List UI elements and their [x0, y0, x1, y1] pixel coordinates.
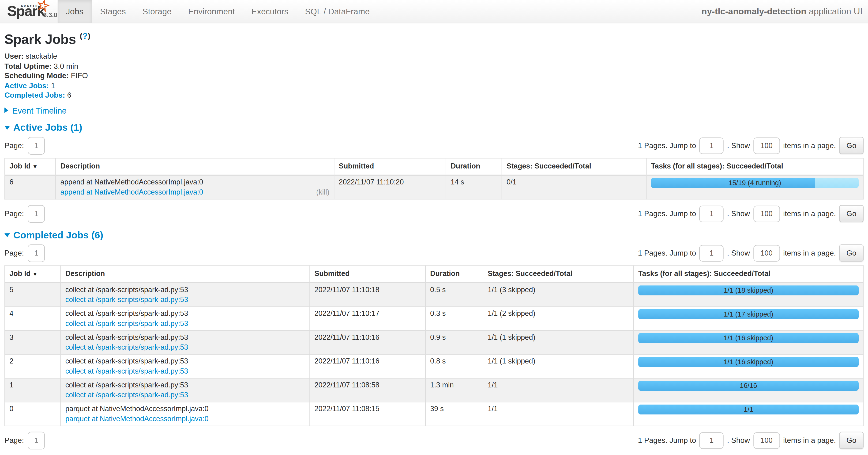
page-input[interactable]	[28, 244, 45, 262]
tasks-progress-bar: 16/16	[638, 380, 859, 391]
nav-tabs: Jobs Stages Storage Environment Executor…	[58, 0, 378, 23]
active-jobs-heading[interactable]: Active Jobs (1)	[4, 121, 864, 133]
col-stages[interactable]: Stages: Succeeded/Total	[502, 158, 646, 175]
job-id-cell: 3	[5, 331, 61, 354]
tab-jobs[interactable]: Jobs	[58, 0, 92, 23]
jump-to-input[interactable]	[700, 245, 724, 261]
show-items-input[interactable]	[753, 137, 780, 154]
job-description-link[interactable]: collect at /spark-scripts/spark-ad.py:53	[65, 367, 188, 375]
completed-jobs-link[interactable]: Completed Jobs:	[4, 91, 65, 99]
progress-label: 15/19 (4 running)	[651, 178, 859, 188]
page-selector: Page:	[4, 244, 45, 262]
page-input[interactable]	[28, 137, 45, 154]
job-description-text: collect at /spark-scripts/spark-ad.py:53	[65, 332, 305, 342]
completed-jobs-heading[interactable]: Completed Jobs (6)	[4, 229, 864, 241]
pager-controls: 1 Pages. Jump to . Show items in a page.…	[638, 137, 864, 154]
tab-stages[interactable]: Stages	[92, 0, 134, 23]
job-description-cell: collect at /spark-scripts/spark-ad.py:53…	[61, 307, 310, 331]
job-description-cell: collect at /spark-scripts/spark-ad.py:53…	[61, 331, 310, 354]
jump-to-input[interactable]	[700, 137, 724, 154]
job-description-link[interactable]: parquet at NativeMethodAccessorImpl.java…	[65, 414, 209, 422]
kill-link[interactable]: (kill)	[316, 187, 329, 197]
tasks-progress-bar: 1/1 (17 skipped)	[638, 309, 859, 319]
pager-controls: 1 Pages. Jump to . Show items in a page.…	[638, 205, 864, 222]
job-description-link[interactable]: append at NativeMethodAccessorImpl.java:…	[60, 188, 203, 196]
job-stages-cell: 1/1	[483, 378, 633, 402]
completed-jobs-table: Job Id▼ Description Submitted Duration S…	[4, 265, 864, 426]
job-description-cell: parquet at NativeMethodAccessorImpl.java…	[61, 402, 310, 426]
col-tasks[interactable]: Tasks (for all stages): Succeeded/Total	[633, 265, 863, 282]
table-header-row: Job Id▼ Description Submitted Duration S…	[5, 158, 863, 175]
col-job-id[interactable]: Job Id▼	[5, 265, 61, 282]
tasks-progress-bar: 1/1 (18 skipped)	[638, 285, 859, 295]
tasks-progress-bar: 1/1	[638, 404, 859, 415]
show-items-input[interactable]	[753, 245, 780, 261]
table-header-row: Job Id▼ Description Submitted Duration S…	[5, 265, 863, 282]
page-selector: Page:	[4, 431, 45, 449]
job-id-cell: 2	[5, 354, 61, 378]
job-id-cell: 5	[5, 282, 61, 307]
job-tasks-cell: 15/19 (4 running)	[646, 175, 863, 199]
jump-to-input[interactable]	[700, 432, 724, 449]
job-duration-cell: 14 s	[446, 175, 502, 199]
job-description-link[interactable]: collect at /spark-scripts/spark-ad.py:53	[65, 295, 188, 304]
show-items-input[interactable]	[753, 205, 780, 222]
active-jobs-link[interactable]: Active Jobs:	[4, 81, 49, 89]
progress-label: 1/1 (16 skipped)	[638, 333, 859, 343]
event-timeline-toggle[interactable]: Event Timeline	[4, 106, 864, 115]
sort-desc-icon: ▼	[32, 163, 38, 169]
col-job-id[interactable]: Job Id▼	[5, 158, 56, 175]
job-duration-cell: 0.3 s	[426, 307, 483, 331]
col-stages[interactable]: Stages: Succeeded/Total	[483, 265, 633, 282]
job-submitted-cell: 2022/11/07 11:10:16	[310, 354, 426, 378]
tab-storage[interactable]: Storage	[134, 0, 180, 23]
application-name-bold: ny-tlc-anomaly-detection	[702, 6, 806, 16]
progress-label: 1/1	[638, 404, 859, 415]
show-items-input[interactable]	[753, 432, 780, 449]
page-input[interactable]	[28, 431, 45, 449]
go-button[interactable]: Go	[839, 137, 864, 154]
job-tasks-cell: 1/1 (16 skipped)	[633, 331, 863, 354]
progress-label: 1/1 (18 skipped)	[638, 285, 859, 295]
col-submitted[interactable]: Submitted	[334, 158, 446, 175]
pagination-row: Page: 1 Pages. Jump to . Show items in a…	[4, 431, 864, 449]
collapse-arrow-icon	[4, 125, 10, 130]
go-button[interactable]: Go	[839, 432, 864, 449]
page-input[interactable]	[28, 205, 45, 223]
job-description-link[interactable]: collect at /spark-scripts/spark-ad.py:53	[65, 319, 188, 327]
job-tasks-cell: 1/1	[633, 402, 863, 426]
col-description[interactable]: Description	[56, 158, 334, 175]
spark-logo[interactable]: APACHE Spark ☆ 3.3.0	[0, 0, 58, 23]
go-button[interactable]: Go	[839, 245, 864, 262]
tasks-progress-bar: 1/1 (16 skipped)	[638, 357, 859, 367]
completed-job-row: 2 collect at /spark-scripts/spark-ad.py:…	[5, 354, 863, 378]
tab-sql-dataframe[interactable]: SQL / DataFrame	[297, 0, 378, 23]
col-duration[interactable]: Duration	[426, 265, 483, 282]
tab-environment[interactable]: Environment	[180, 0, 243, 23]
go-button[interactable]: Go	[839, 205, 864, 222]
col-duration[interactable]: Duration	[446, 158, 502, 175]
jump-to-input[interactable]	[700, 205, 724, 222]
help-link[interactable]: (?)	[80, 31, 90, 40]
completed-job-row: 1 collect at /spark-scripts/spark-ad.py:…	[5, 378, 863, 402]
tasks-progress-bar: 1/1 (16 skipped)	[638, 333, 859, 343]
job-description-cell: append at NativeMethodAccessorImpl.java:…	[56, 175, 334, 199]
job-submitted-cell: 2022/11/07 11:10:17	[310, 307, 426, 331]
col-submitted[interactable]: Submitted	[310, 265, 426, 282]
job-description-link[interactable]: collect at /spark-scripts/spark-ad.py:53	[65, 391, 188, 399]
job-duration-cell: 39 s	[426, 402, 483, 426]
tab-executors[interactable]: Executors	[243, 0, 297, 23]
pagination-row: Page: 1 Pages. Jump to . Show items in a…	[4, 137, 864, 154]
job-submitted-cell: 2022/11/07 11:10:20	[334, 175, 446, 199]
spark-version: 3.3.0	[43, 12, 57, 18]
job-tasks-cell: 1/1 (17 skipped)	[633, 307, 863, 331]
progress-label: 1/1 (17 skipped)	[638, 309, 859, 319]
col-description[interactable]: Description	[61, 265, 310, 282]
col-tasks[interactable]: Tasks (for all stages): Succeeded/Total	[646, 158, 863, 175]
summary-list: User: stackable Total Uptime: 3.0 min Sc…	[4, 52, 864, 100]
job-submitted-cell: 2022/11/07 11:08:58	[310, 378, 426, 402]
application-name-suffix: application UI	[806, 6, 862, 16]
job-stages-cell: 0/1	[502, 175, 646, 199]
job-description-link[interactable]: collect at /spark-scripts/spark-ad.py:53	[65, 343, 188, 351]
question-mark-icon: ?	[83, 31, 88, 40]
